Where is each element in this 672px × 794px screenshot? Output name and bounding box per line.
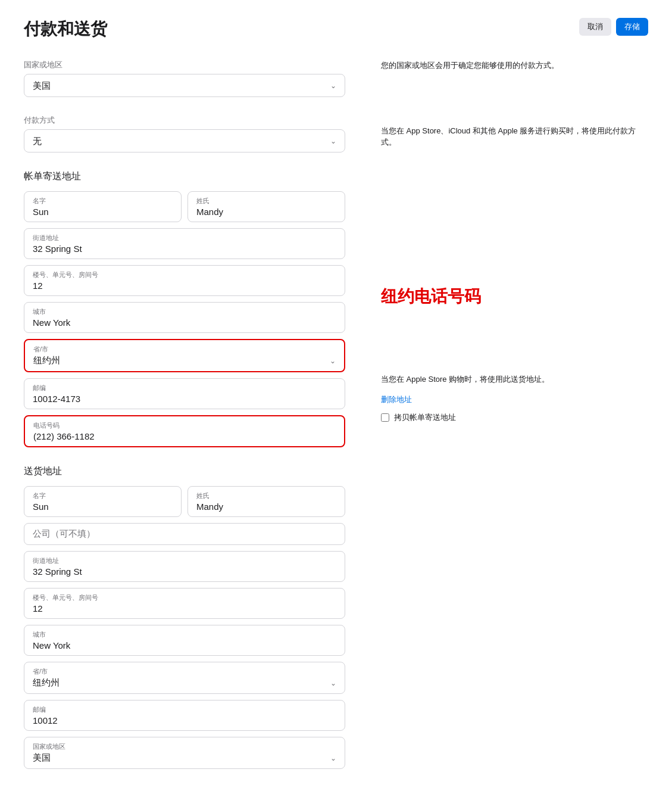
billing-last-name-label: 姓氏 <box>196 197 336 205</box>
billing-city-value: New York <box>33 317 336 328</box>
ny-phone-block: 纽约电话号码 <box>381 285 648 308</box>
shipping-last-name-field[interactable]: 姓氏 Mandy <box>187 486 345 517</box>
billing-apt-label: 楼号、单元号、房间号 <box>33 270 336 279</box>
payment-label: 付款方式 <box>24 115 345 126</box>
shipping-apt-label: 楼号、单元号、房间号 <box>33 593 336 602</box>
billing-zip-value: 10012-4173 <box>33 394 336 404</box>
billing-phone-field[interactable]: 电话号码 (212) 366-1182 <box>24 415 345 447</box>
shipping-country-field[interactable]: 国家或地区 美国 ⌄ <box>24 737 345 769</box>
country-section: 国家或地区 美国 ⌄ <box>24 60 345 97</box>
payment-select-wrapper[interactable]: 无 ⌄ <box>24 129 345 152</box>
copy-billing-checkbox[interactable] <box>381 413 389 422</box>
shipping-street-field[interactable]: 街道地址 32 Spring St <box>24 551 345 582</box>
country-select[interactable]: 美国 <box>24 74 345 96</box>
shipping-state-field[interactable]: 省/市 纽约州 ⌄ <box>24 662 345 694</box>
payment-select[interactable]: 无 <box>24 130 345 152</box>
shipping-city-value: New York <box>33 640 336 650</box>
payment-section: 付款方式 无 ⌄ <box>24 115 345 152</box>
billing-state-field[interactable]: 省/市 纽约州 ⌄ <box>24 339 345 372</box>
shipping-country-value: 美国 <box>33 752 51 764</box>
shipping-zip-value: 10012 <box>33 715 336 726</box>
billing-street-label: 街道地址 <box>33 233 336 242</box>
country-info-text: 您的国家或地区会用于确定您能够使用的付款方式。 <box>381 60 648 71</box>
billing-name-row: 名字 Sun 姓氏 Mandy <box>24 191 345 222</box>
shipping-street-value: 32 Spring St <box>33 566 336 577</box>
billing-state-value: 纽约州 <box>33 355 60 366</box>
billing-last-name-field[interactable]: 姓氏 Mandy <box>187 191 345 222</box>
shipping-apt-field[interactable]: 楼号、单元号、房间号 12 <box>24 588 345 619</box>
shipping-first-name-field[interactable]: 名字 Sun <box>24 486 182 517</box>
billing-zip-label: 邮编 <box>33 384 336 393</box>
billing-apt-field[interactable]: 楼号、单元号、房间号 12 <box>24 265 345 296</box>
billing-last-name-value: Mandy <box>196 207 336 217</box>
cancel-button[interactable]: 取消 <box>579 18 611 36</box>
shipping-country-chevron-icon: ⌄ <box>330 754 336 762</box>
shipping-company-placeholder: 公司（可不填） <box>33 528 336 540</box>
country-info: 您的国家或地区会用于确定您能够使用的付款方式。 <box>381 60 648 71</box>
copy-billing-row: 拷贝帐单寄送地址 <box>381 412 648 423</box>
left-column: 国家或地区 美国 ⌄ 付款方式 无 ⌄ <box>24 60 345 787</box>
shipping-last-name-value: Mandy <box>196 502 336 512</box>
billing-first-name-value: Sun <box>33 207 173 217</box>
shipping-state-chevron-icon: ⌄ <box>330 679 336 687</box>
shipping-info-block: 当您在 Apple Store 购物时，将使用此送货地址。 删除地址 拷贝帐单寄… <box>381 373 648 424</box>
page-container: 付款和送货 取消 存储 国家或地区 美国 ⌄ 付款方式 <box>0 0 672 794</box>
payment-info: 当您在 App Store、iCloud 和其他 Apple 服务进行购买时，将… <box>381 125 648 148</box>
shipping-state-value: 纽约州 <box>33 677 60 689</box>
shipping-zip-label: 邮编 <box>33 705 336 714</box>
billing-apt-value: 12 <box>33 281 336 291</box>
copy-billing-label: 拷贝帐单寄送地址 <box>394 412 456 423</box>
billing-first-name-label: 名字 <box>33 197 173 205</box>
shipping-city-label: 城市 <box>33 630 336 639</box>
billing-address-title: 帐单寄送地址 <box>24 170 345 183</box>
billing-street-field[interactable]: 街道地址 32 Spring St <box>24 228 345 259</box>
billing-state-label: 省/市 <box>33 345 336 354</box>
shipping-first-name-label: 名字 <box>33 491 173 500</box>
shipping-last-name-label: 姓氏 <box>196 491 336 500</box>
shipping-zip-field[interactable]: 邮编 10012 <box>24 700 345 731</box>
shipping-name-row: 名字 Sun 姓氏 Mandy <box>24 486 345 517</box>
shipping-company-field[interactable]: 公司（可不填） <box>24 523 345 545</box>
save-button[interactable]: 存储 <box>616 18 648 36</box>
shipping-state-label: 省/市 <box>33 667 336 676</box>
billing-city-field[interactable]: 城市 New York <box>24 302 345 333</box>
billing-first-name-field[interactable]: 名字 Sun <box>24 191 182 222</box>
payment-info-block: 当您在 App Store、iCloud 和其他 Apple 服务进行购买时，将… <box>381 125 648 148</box>
shipping-first-name-value: Sun <box>33 502 173 512</box>
delete-address-link[interactable]: 删除地址 <box>381 394 648 405</box>
top-buttons: 取消 存储 <box>579 18 648 36</box>
country-select-wrapper[interactable]: 美国 ⌄ <box>24 74 345 97</box>
billing-state-chevron-icon: ⌄ <box>330 357 336 365</box>
billing-phone-label: 电话号码 <box>33 421 336 430</box>
billing-city-label: 城市 <box>33 307 336 316</box>
billing-street-value: 32 Spring St <box>33 244 336 254</box>
billing-address-section: 帐单寄送地址 名字 Sun 姓氏 Mandy 街道地址 32 Spring St <box>24 170 345 447</box>
page-title: 付款和送货 <box>24 18 107 41</box>
country-label: 国家或地区 <box>24 60 345 70</box>
shipping-city-field[interactable]: 城市 New York <box>24 625 345 656</box>
shipping-address-section: 送货地址 名字 Sun 姓氏 Mandy 公司（可不填） 街道地 <box>24 465 345 769</box>
shipping-apt-value: 12 <box>33 603 336 614</box>
shipping-country-label: 国家或地区 <box>33 742 336 751</box>
shipping-address-title: 送货地址 <box>24 465 345 478</box>
billing-phone-value: (212) 366-1182 <box>33 431 336 441</box>
right-column: 您的国家或地区会用于确定您能够使用的付款方式。 当您在 App Store、iC… <box>381 60 648 787</box>
billing-zip-field[interactable]: 邮编 10012-4173 <box>24 378 345 409</box>
shipping-info: 当您在 Apple Store 购物时，将使用此送货地址。 <box>381 373 648 385</box>
ny-phone-label: 纽约电话号码 <box>381 285 648 308</box>
shipping-street-label: 街道地址 <box>33 556 336 565</box>
main-content: 国家或地区 美国 ⌄ 付款方式 无 ⌄ <box>24 60 648 787</box>
